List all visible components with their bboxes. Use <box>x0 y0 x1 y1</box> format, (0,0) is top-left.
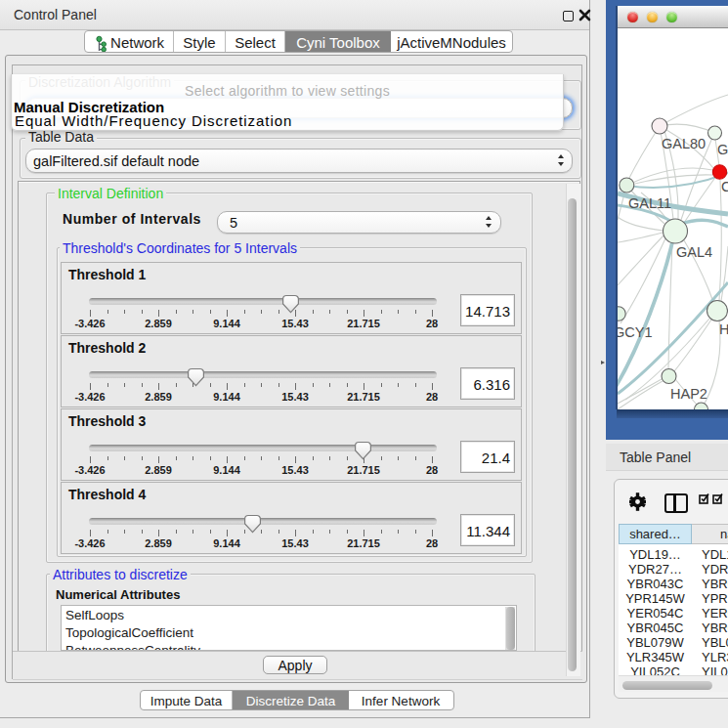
svg-text:GAL80: GAL80 <box>662 136 706 151</box>
svg-text:H: H <box>719 321 728 337</box>
svg-text:GA: GA <box>717 142 728 157</box>
svg-text:C: C <box>721 179 728 194</box>
svg-text:HAP2: HAP2 <box>670 386 707 402</box>
svg-text:GAL4: GAL4 <box>676 244 712 260</box>
svg-text:GCY1: GCY1 <box>618 324 653 340</box>
svg-text:GAL11: GAL11 <box>628 195 671 211</box>
